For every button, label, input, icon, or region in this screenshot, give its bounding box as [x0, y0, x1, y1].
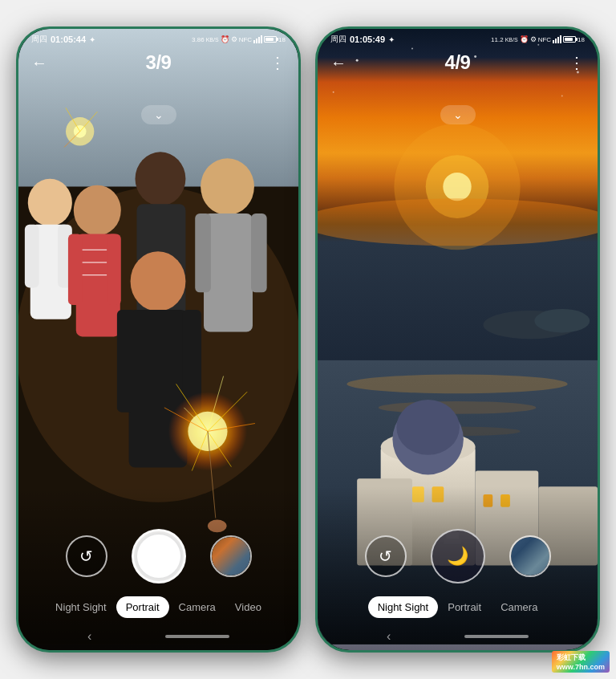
svg-point-49 — [379, 401, 537, 414]
svg-point-45 — [443, 173, 471, 201]
page-indicator-1: 3/9 — [146, 51, 172, 74]
svg-point-50 — [394, 426, 520, 436]
svg-point-73 — [561, 96, 563, 97]
phone-1-screen: 周四 01:05:44 ✦ 3.86 KB/S ⏰ ⚙ NFC — [18, 29, 298, 650]
svg-line-37 — [80, 112, 98, 132]
svg-point-51 — [483, 311, 578, 339]
nav-bar-2: ‹ — [318, 629, 598, 644]
svg-rect-4 — [30, 225, 71, 319]
svg-rect-5 — [25, 225, 39, 288]
svg-rect-42 — [318, 29, 598, 384]
svg-point-56 — [396, 400, 460, 455]
page-indicator-2: 4/9 — [445, 51, 471, 74]
back-button-2[interactable]: ← — [330, 54, 346, 72]
tab-portrait-1[interactable]: Portrait — [116, 596, 169, 618]
collapse-button-2[interactable]: ⌄ — [440, 105, 476, 124]
camera-buttons-1: ↺ — [18, 529, 298, 583]
collapse-button-1[interactable]: ⌄ — [141, 105, 176, 124]
svg-point-35 — [74, 125, 87, 138]
svg-rect-61 — [432, 486, 444, 502]
svg-rect-12 — [68, 234, 83, 305]
gallery-button-1[interactable] — [210, 535, 252, 577]
svg-rect-17 — [204, 213, 253, 331]
svg-rect-21 — [129, 310, 188, 468]
watermark-site: www.7hn.com — [557, 663, 605, 671]
watermark-brand: 彩虹下载 — [557, 653, 586, 661]
rotate-icon-2: ↺ — [379, 547, 392, 566]
svg-point-48 — [346, 375, 567, 394]
phone-2-screen: 周四 01:05:49 ✦ 11.2 KB/S ⏰ ⚙ NFC — [318, 29, 598, 650]
camera-buttons-2: ↺ 🌙 — [318, 529, 598, 583]
nav-bar-1: ‹ — [18, 629, 298, 644]
svg-point-43 — [394, 124, 520, 250]
svg-rect-19 — [251, 213, 267, 292]
svg-line-28 — [208, 376, 224, 432]
svg-point-20 — [131, 251, 186, 311]
svg-point-55 — [392, 404, 463, 474]
shutter-button-1[interactable] — [132, 529, 186, 583]
mode-tabs-1: Night Sight Portrait Camera Video — [18, 596, 298, 618]
more-button-1[interactable]: ⋮ — [270, 53, 286, 72]
phone-2-frame: 周四 01:05:49 ✦ 11.2 KB/S ⏰ ⚙ NFC — [315, 26, 600, 653]
rotate-camera-button-1[interactable]: ↺ — [66, 535, 107, 577]
gallery-thumbnail-2 — [511, 537, 549, 575]
svg-line-29 — [184, 408, 207, 431]
tab-camera-2[interactable]: Camera — [491, 596, 547, 618]
svg-line-27 — [208, 392, 247, 431]
tab-night-sight-2[interactable]: Night Sight — [368, 596, 439, 618]
shutter-button-2[interactable]: 🌙 — [431, 529, 485, 583]
svg-line-26 — [176, 384, 208, 431]
svg-rect-62 — [483, 494, 492, 507]
shutter-inner-1 — [136, 533, 182, 579]
svg-line-30 — [164, 408, 208, 431]
nav-home-bar-2[interactable] — [464, 635, 529, 638]
nav-back-1[interactable]: ‹ — [87, 629, 91, 644]
tab-video-1[interactable]: Video — [225, 596, 271, 618]
svg-point-25 — [188, 412, 227, 451]
tab-camera-1[interactable]: Camera — [169, 596, 225, 618]
gallery-thumbnail-1 — [212, 537, 250, 575]
svg-rect-13 — [107, 234, 121, 305]
phone-1: 周四 01:05:44 ✦ 3.86 KB/S ⏰ ⚙ NFC — [16, 26, 301, 653]
svg-rect-23 — [182, 310, 201, 413]
chevron-down-icon-1: ⌄ — [154, 108, 164, 121]
chevron-down-icon-2: ⌄ — [453, 108, 463, 121]
svg-point-34 — [66, 117, 94, 145]
svg-point-44 — [426, 155, 489, 218]
svg-point-14 — [135, 152, 185, 205]
nav-back-2[interactable]: ‹ — [387, 629, 391, 644]
svg-point-52 — [534, 309, 590, 332]
svg-line-38 — [64, 132, 80, 148]
rotate-icon-1: ↺ — [79, 547, 93, 566]
svg-line-31 — [208, 424, 255, 432]
svg-line-39 — [208, 431, 216, 518]
svg-point-16 — [201, 158, 254, 215]
svg-line-32 — [192, 431, 208, 470]
svg-rect-63 — [500, 494, 510, 507]
phone-1-frame: 周四 01:05:44 ✦ 3.86 KB/S ⏰ ⚙ NFC — [16, 26, 301, 653]
tab-night-sight-1[interactable]: Night Sight — [46, 596, 116, 618]
svg-point-2 — [18, 187, 298, 502]
svg-rect-6 — [58, 225, 72, 288]
watermark: 彩虹下载 www.7hn.com — [552, 651, 610, 673]
svg-point-3 — [28, 179, 72, 226]
top-bar-2: ← 4/9 ⋮ — [318, 29, 598, 80]
top-bar-1: ← 3/9 ⋮ — [18, 29, 298, 80]
svg-rect-60 — [412, 486, 424, 502]
phone-2: 周四 01:05:49 ✦ 11.2 KB/S ⏰ ⚙ NFC — [315, 26, 600, 653]
svg-rect-22 — [117, 310, 136, 413]
nav-home-bar-1[interactable] — [165, 635, 229, 638]
svg-rect-15 — [136, 204, 185, 330]
svg-point-7 — [74, 185, 121, 236]
svg-rect-8 — [76, 234, 120, 337]
svg-line-36 — [66, 108, 80, 131]
svg-point-24 — [168, 392, 247, 470]
svg-rect-18 — [195, 213, 211, 292]
svg-point-46 — [318, 198, 598, 246]
tab-portrait-2[interactable]: Portrait — [438, 596, 491, 618]
more-button-2[interactable]: ⋮ — [569, 53, 585, 72]
back-button-1[interactable]: ← — [31, 54, 47, 72]
rotate-camera-button-2[interactable]: ↺ — [365, 535, 407, 577]
mode-tabs-2: Night Sight Portrait Camera — [318, 596, 598, 618]
gallery-button-2[interactable] — [509, 535, 551, 577]
